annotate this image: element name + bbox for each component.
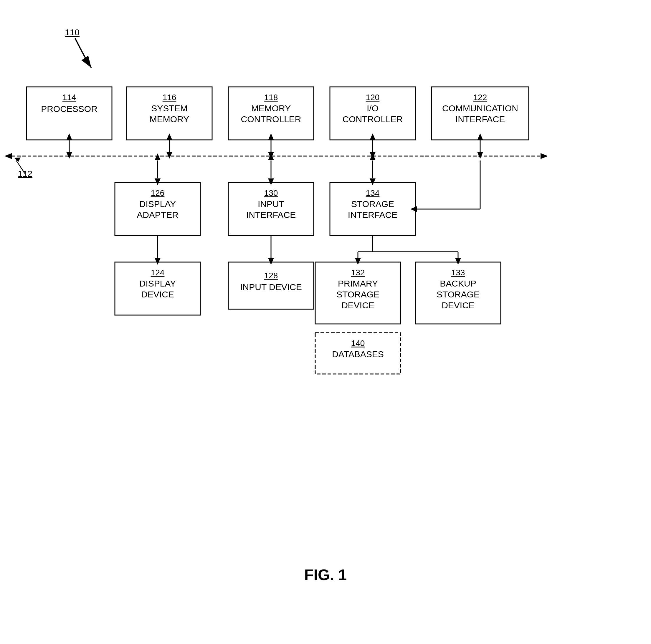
label-133-line1: BACKUP: [440, 279, 476, 288]
label-124-line1: DISPLAY: [140, 279, 176, 288]
bus-right-arrow: [540, 153, 548, 159]
arr-116-down: [166, 152, 172, 159]
label-134-num: 134: [366, 189, 380, 198]
fig-label: FIG. 1: [304, 566, 347, 583]
label-133-line2: STORAGE: [437, 289, 479, 299]
arr-134-bus: [370, 153, 376, 160]
label-124-num: 124: [151, 268, 165, 277]
label-132-num: 132: [351, 268, 365, 277]
ref-110: 110: [65, 27, 80, 37]
label-140-text: DATABASES: [332, 349, 384, 359]
label-114-num: 114: [62, 93, 76, 102]
label-120-line1: I/O: [367, 103, 378, 113]
label-126-line2: ADAPTER: [137, 210, 179, 220]
label-116-line1: SYSTEM: [151, 103, 187, 113]
label-120-line2: CONTROLLER: [342, 114, 403, 124]
label-122-line2: INTERFACE: [456, 114, 505, 124]
label-132-line2: STORAGE: [336, 289, 379, 299]
label-132-line1: PRIMARY: [338, 279, 378, 288]
arr-122-down: [477, 152, 483, 159]
ref-112-arrowhead: [14, 158, 21, 162]
bus-left-arrow: [4, 153, 12, 159]
label-140-num: 140: [351, 339, 365, 348]
label-118-line2: CONTROLLER: [241, 114, 301, 124]
label-128-text: INPUT DEVICE: [240, 282, 302, 292]
label-116-num: 116: [163, 93, 177, 102]
label-133-line3: DEVICE: [441, 300, 474, 310]
label-126-line1: DISPLAY: [140, 199, 176, 209]
arr-126-bus: [155, 153, 160, 160]
label-118-num: 118: [264, 93, 278, 102]
label-133-num: 133: [451, 268, 465, 277]
label-128-num: 128: [264, 271, 278, 280]
label-126-num: 126: [151, 189, 165, 198]
label-132-line3: DEVICE: [341, 300, 374, 310]
label-118-line1: MEMORY: [251, 103, 291, 113]
label-116-line2: MEMORY: [150, 114, 189, 124]
label-130-line2: INTERFACE: [246, 210, 296, 220]
label-130-line1: INPUT: [258, 199, 284, 209]
arr-130-bus: [268, 153, 274, 160]
label-134-line2: INTERFACE: [348, 210, 397, 220]
label-124-line2: DEVICE: [141, 289, 174, 299]
label-114-text: PROCESSOR: [41, 104, 97, 114]
label-122-num: 122: [473, 93, 487, 102]
label-130-num: 130: [264, 189, 278, 198]
diagram-container: 110 114 PROCESSOR 1: [0, 0, 651, 644]
arr-114-down: [66, 152, 72, 159]
ref-110-arrow: [75, 38, 91, 68]
label-120-num: 120: [366, 93, 380, 102]
label-134-line1: STORAGE: [351, 199, 394, 209]
label-122-line1: COMMUNICATION: [442, 103, 518, 113]
